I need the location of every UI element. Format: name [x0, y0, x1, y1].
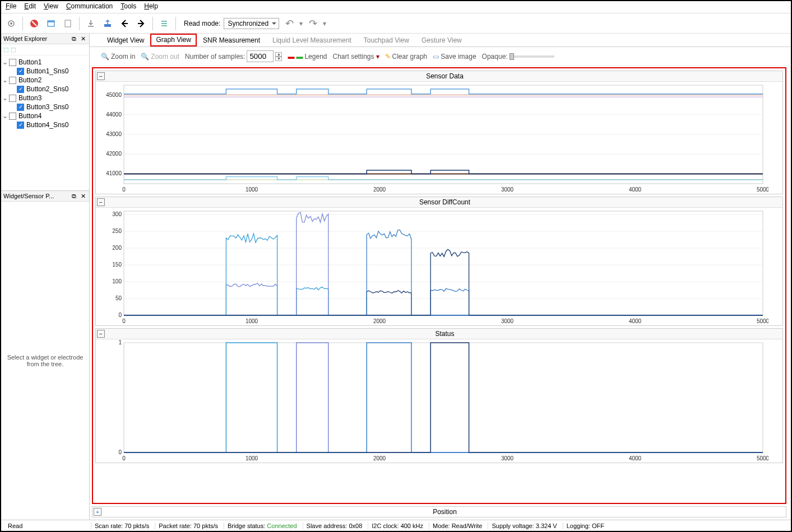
tree-icon-2[interactable]: ⬚: [11, 46, 16, 53]
collapse-icon[interactable]: −: [97, 330, 105, 338]
chart-settings-button[interactable]: Chart settings ▾: [332, 53, 379, 60]
svg-rect-5: [48, 21, 54, 22]
status-bridge: Bridge status: Connected: [224, 522, 300, 529]
tree-item-button1[interactable]: ⌄Button1: [2, 58, 88, 67]
num-samples-label: Number of samples:: [185, 53, 245, 60]
widget-tree[interactable]: ⌄Button1Button1_Sns0⌄Button2Button2_Sns0…: [1, 55, 89, 190]
status-mode: Mode: Read/Write: [429, 522, 485, 529]
close-icon[interactable]: ✕: [79, 192, 87, 200]
svg-text:50: 50: [115, 295, 122, 301]
svg-point-1: [10, 22, 12, 25]
svg-text:1000: 1000: [246, 318, 258, 324]
svg-text:4000: 4000: [629, 455, 642, 461]
menu-communication[interactable]: Communication: [66, 2, 113, 12]
chart-position: + Position: [92, 506, 786, 517]
chart-title: Sensor Data: [108, 72, 781, 80]
svg-text:5000: 5000: [757, 318, 768, 324]
status-packet-rate: Packet rate: 70 pkts/s: [155, 522, 221, 529]
svg-text:0: 0: [118, 449, 122, 455]
diffcount-plot[interactable]: 050100150200250300010002000300040005000: [96, 208, 768, 325]
svg-text:1000: 1000: [246, 455, 258, 461]
restore-icon[interactable]: ⧉: [70, 192, 78, 200]
upload-icon[interactable]: [101, 17, 114, 30]
tree-toolbar: ⬚ ⬚: [1, 44, 89, 55]
svg-text:5000: 5000: [757, 186, 768, 193]
svg-text:100: 100: [112, 278, 122, 284]
redo-icon[interactable]: ↷: [306, 17, 319, 30]
chart-title: Position: [105, 508, 785, 516]
list-icon[interactable]: [158, 17, 171, 30]
read-mode-select[interactable]: Synchronized: [224, 18, 279, 29]
import-icon[interactable]: [118, 17, 131, 30]
tree-icon-1[interactable]: ⬚: [3, 46, 8, 53]
tab-snr[interactable]: SNR Measurement: [197, 34, 266, 46]
main-content: Widget View Graph View SNR Measurement L…: [90, 34, 791, 520]
status-read: Read: [4, 522, 89, 529]
svg-text:3000: 3000: [501, 186, 514, 193]
svg-text:3000: 3000: [501, 455, 514, 461]
tree-item-button1_sns0[interactable]: Button1_Sns0: [2, 67, 88, 76]
menu-file[interactable]: File: [6, 2, 16, 12]
tab-touchpad[interactable]: Touchpad View: [358, 34, 415, 46]
svg-text:2000: 2000: [373, 318, 386, 324]
menu-view[interactable]: View: [44, 2, 58, 12]
sensor-data-plot[interactable]: 4100042000430004400045000010002000300040…: [96, 82, 768, 194]
gear-icon[interactable]: [4, 17, 18, 30]
legend-button[interactable]: ▬▬Legend: [288, 53, 327, 60]
svg-text:1000: 1000: [246, 186, 258, 193]
menu-edit[interactable]: Edit: [24, 2, 36, 12]
tab-bar: Widget View Graph View SNR Measurement L…: [90, 34, 791, 47]
svg-text:44000: 44000: [106, 111, 122, 118]
menu-help[interactable]: Help: [144, 2, 158, 12]
tab-gesture[interactable]: Gesture View: [415, 34, 468, 46]
status-logging: Logging: OFF: [563, 522, 608, 529]
expand-icon[interactable]: +: [94, 508, 101, 516]
clear-graph-button[interactable]: ✎Clear graph: [385, 53, 428, 60]
tab-widget-view[interactable]: Widget View: [101, 34, 150, 46]
status-i2c: I2C clock: 400 kHz: [368, 522, 427, 529]
undo-icon[interactable]: ↶: [282, 17, 296, 30]
svg-rect-6: [65, 20, 71, 27]
sensor-param-hint: Select a widget or electrode from the tr…: [1, 202, 89, 520]
left-sidebar: Widget Explorer ⧉ ✕ ⬚ ⬚ ⌄Button1Button1_…: [1, 34, 90, 520]
download-icon[interactable]: [84, 17, 98, 30]
tab-liquid[interactable]: Liquid Level Measurement: [266, 34, 358, 46]
svg-text:2000: 2000: [373, 186, 386, 193]
tree-item-button2_sns0[interactable]: Button2_Sns0: [2, 85, 88, 94]
svg-rect-32: [124, 211, 763, 315]
export-icon[interactable]: [135, 17, 148, 30]
menu-tools[interactable]: Tools: [121, 2, 136, 12]
status-supply: Supply voltage: 3.324 V: [488, 522, 560, 529]
tree-item-button2[interactable]: ⌄Button2: [2, 76, 88, 85]
close-icon[interactable]: ✕: [79, 35, 87, 43]
restore-icon[interactable]: ⧉: [70, 35, 78, 43]
collapse-icon[interactable]: −: [97, 198, 105, 206]
tree-item-button3_sns0[interactable]: Button3_Sns0: [2, 102, 88, 111]
window-icon[interactable]: [44, 17, 58, 30]
num-samples-input[interactable]: [247, 50, 274, 62]
stop-icon[interactable]: [27, 17, 41, 30]
tree-item-button3[interactable]: ⌄Button3: [2, 94, 88, 102]
widget-explorer-header: Widget Explorer ⧉ ✕: [1, 34, 89, 44]
zoom-in-button[interactable]: 🔍Zoom in: [101, 53, 135, 60]
zoom-out-button[interactable]: 🔍Zoom out: [141, 53, 179, 60]
opaque-slider[interactable]: [510, 55, 554, 58]
chart-title: Sensor DiffCount: [108, 198, 781, 206]
status-plot[interactable]: 01010002000300040005000: [96, 339, 768, 463]
num-samples-spinner[interactable]: ▲▼: [275, 52, 282, 61]
tree-item-button4_sns0[interactable]: Button4_Sns0: [2, 120, 88, 129]
graph-toolbar: 🔍Zoom in 🔍Zoom out Number of samples: ▲▼…: [90, 47, 791, 66]
save-image-button[interactable]: ▭Save image: [433, 53, 476, 60]
svg-text:200: 200: [112, 245, 122, 251]
tree-item-button4[interactable]: ⌄Button4: [2, 111, 88, 120]
svg-text:250: 250: [112, 228, 122, 234]
chart-title: Status: [108, 330, 781, 338]
svg-text:3000: 3000: [501, 318, 514, 324]
svg-text:1: 1: [118, 339, 122, 346]
svg-text:4000: 4000: [629, 318, 642, 324]
page-icon[interactable]: [61, 17, 75, 30]
tab-graph-view[interactable]: Graph View: [150, 34, 196, 46]
sensor-param-title: Widget/Sensor P...: [3, 193, 69, 199]
svg-text:0: 0: [122, 455, 126, 461]
collapse-icon[interactable]: −: [97, 72, 105, 80]
